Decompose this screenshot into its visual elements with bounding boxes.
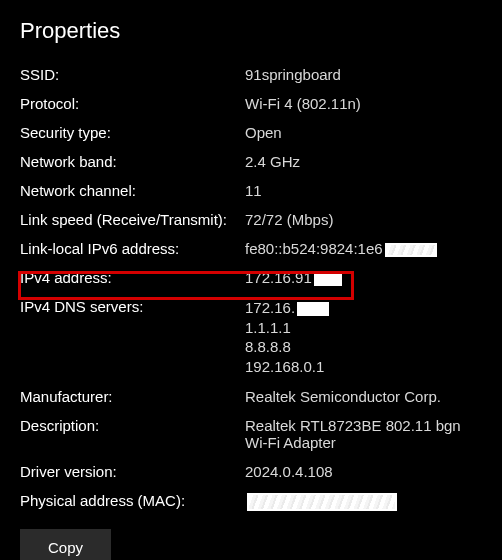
value-description: Realtek RTL8723BE 802.11 bgn Wi-Fi Adapt… [245, 417, 482, 451]
value-dns: 172.16. 1.1.1.1 8.8.8.8 192.168.0.1 [245, 298, 482, 376]
value-linkspeed: 72/72 (Mbps) [245, 211, 482, 228]
value-protocol: Wi-Fi 4 (802.11n) [245, 95, 482, 112]
value-security: Open [245, 124, 482, 141]
value-ipv6: fe80::b524:9824:1e6 [245, 240, 482, 257]
value-mac [245, 492, 482, 511]
label-driver: Driver version: [20, 463, 245, 480]
label-dns: IPv4 DNS servers: [20, 298, 245, 376]
value-band: 2.4 GHz [245, 153, 482, 170]
dns-1: 1.1.1.1 [245, 318, 482, 338]
value-ssid: 91springboard [245, 66, 482, 83]
label-ipv4: IPv4 address: [20, 269, 245, 286]
value-driver: 2024.0.4.108 [245, 463, 482, 480]
label-ipv6: Link-local IPv6 address: [20, 240, 245, 257]
redaction-block [297, 302, 329, 316]
redaction-block [314, 272, 342, 286]
label-band: Network band: [20, 153, 245, 170]
label-manufacturer: Manufacturer: [20, 388, 245, 405]
value-channel: 11 [245, 182, 482, 199]
label-protocol: Protocol: [20, 95, 245, 112]
ipv6-text: fe80::b524:9824:1e6 [245, 240, 383, 257]
dns-2: 8.8.8.8 [245, 337, 482, 357]
label-mac: Physical address (MAC): [20, 492, 245, 511]
properties-grid: SSID: 91springboard Protocol: Wi-Fi 4 (8… [20, 66, 482, 511]
dns-0: 172.16. [245, 299, 295, 316]
label-channel: Network channel: [20, 182, 245, 199]
label-ssid: SSID: [20, 66, 245, 83]
ipv4-text: 172.16.91 [245, 269, 312, 286]
label-linkspeed: Link speed (Receive/Transmit): [20, 211, 245, 228]
redaction-block [247, 493, 397, 511]
redaction-block [385, 243, 437, 257]
dns-3: 192.168.0.1 [245, 357, 482, 377]
copy-button[interactable]: Copy [20, 529, 111, 560]
value-manufacturer: Realtek Semiconductor Corp. [245, 388, 482, 405]
page-title: Properties [20, 18, 482, 44]
label-description: Description: [20, 417, 245, 451]
value-ipv4: 172.16.91 [245, 269, 482, 286]
label-security: Security type: [20, 124, 245, 141]
